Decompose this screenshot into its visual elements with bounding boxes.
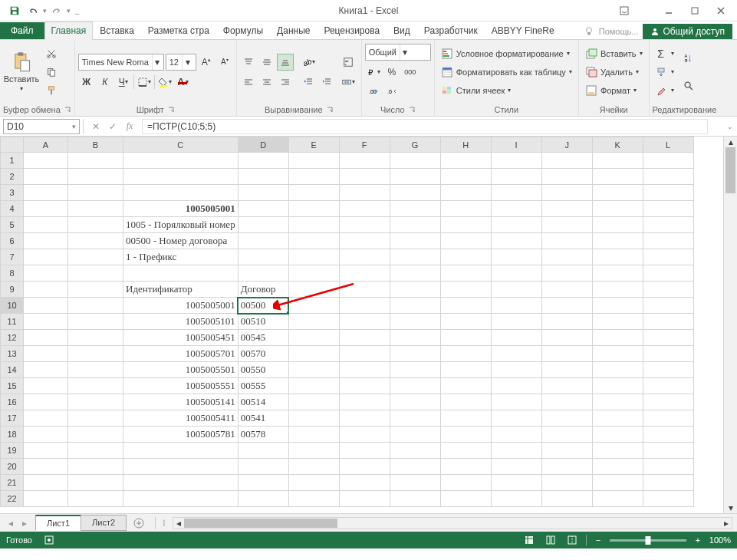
page-break-view-button[interactable] — [564, 534, 580, 546]
ribbon-tab-1[interactable]: Вставка — [93, 21, 141, 39]
cell-C13[interactable]: 1005005701 — [123, 346, 239, 362]
vscroll-thumb[interactable] — [725, 147, 735, 193]
row-header-10[interactable]: 10 — [1, 298, 24, 314]
cell-K22[interactable] — [592, 491, 643, 507]
cell-A20[interactable] — [24, 459, 68, 475]
cell-B15[interactable] — [68, 378, 123, 394]
cell-A12[interactable] — [24, 330, 68, 346]
paste-button[interactable]: Вставить ▾ — [3, 43, 40, 100]
align-right-button[interactable] — [277, 74, 294, 91]
orientation-button[interactable]: ab▾ — [300, 54, 317, 71]
cell-E10[interactable] — [288, 298, 339, 314]
cell-G11[interactable] — [390, 314, 440, 330]
cell-C6[interactable]: 00500 - Номер договора — [123, 233, 239, 249]
cell-I15[interactable] — [491, 378, 541, 394]
cell-F18[interactable] — [339, 427, 390, 443]
minimize-button[interactable] — [657, 3, 680, 18]
format-cells-button[interactable]: Формат▾ — [582, 82, 646, 99]
cell-B5[interactable] — [68, 217, 123, 233]
cell-E20[interactable] — [288, 459, 339, 475]
cell-C1[interactable] — [123, 153, 239, 169]
ribbon-tab-3[interactable]: Формулы — [216, 21, 270, 39]
cell-C4[interactable]: 1005005001 — [123, 201, 239, 217]
copy-button[interactable] — [43, 64, 60, 81]
format-as-table-button[interactable]: Форматировать как таблицу▾ — [438, 64, 575, 81]
row-header-20[interactable]: 20 — [1, 459, 24, 475]
cell-E12[interactable] — [288, 330, 339, 346]
cell-G9[interactable] — [390, 282, 440, 298]
cell-B9[interactable] — [68, 282, 123, 298]
row-header-6[interactable]: 6 — [1, 233, 24, 249]
cell-A13[interactable] — [24, 346, 68, 362]
cell-L12[interactable] — [643, 330, 693, 346]
cell-L9[interactable] — [643, 282, 693, 298]
cell-E2[interactable] — [288, 169, 339, 185]
cell-J11[interactable] — [541, 314, 592, 330]
cell-K10[interactable] — [592, 298, 643, 314]
ribbon-options-button[interactable] — [613, 3, 636, 18]
cell-D4[interactable] — [238, 201, 288, 217]
column-header-I[interactable]: I — [491, 137, 541, 153]
cell-G21[interactable] — [390, 475, 440, 491]
cell-D3[interactable] — [238, 185, 288, 201]
cell-F1[interactable] — [339, 153, 390, 169]
cell-L6[interactable] — [643, 233, 693, 249]
scroll-up-button[interactable]: ▴ — [724, 137, 737, 147]
cell-D5[interactable] — [238, 217, 288, 233]
ribbon-tab-8[interactable]: ABBYY FineRe — [485, 21, 561, 39]
cell-C17[interactable]: 1005005411 — [123, 410, 239, 427]
align-middle-button[interactable] — [258, 54, 275, 71]
row-header-19[interactable]: 19 — [1, 443, 24, 459]
cell-G15[interactable] — [390, 378, 440, 394]
scroll-right-button[interactable]: ▸ — [721, 518, 732, 529]
maximize-button[interactable] — [683, 3, 706, 18]
cell-H7[interactable] — [440, 249, 491, 265]
cell-A3[interactable] — [24, 185, 68, 201]
cell-B18[interactable] — [68, 427, 123, 443]
row-header-4[interactable]: 4 — [1, 201, 24, 217]
cell-L19[interactable] — [643, 443, 693, 459]
italic-button[interactable]: К — [97, 74, 114, 91]
format-painter-button[interactable] — [43, 82, 60, 99]
cell-I19[interactable] — [491, 443, 541, 459]
cell-G7[interactable] — [390, 249, 440, 265]
cell-D20[interactable] — [238, 459, 288, 475]
cell-F7[interactable] — [339, 249, 390, 265]
cell-F10[interactable] — [339, 298, 390, 314]
cell-K11[interactable] — [592, 314, 643, 330]
cell-A1[interactable] — [24, 153, 68, 169]
row-header-8[interactable]: 8 — [1, 265, 24, 282]
hscroll-thumb[interactable] — [184, 519, 337, 528]
cell-E3[interactable] — [288, 185, 339, 201]
cell-A18[interactable] — [24, 427, 68, 443]
zoom-slider[interactable] — [610, 539, 686, 542]
undo-button[interactable] — [25, 2, 41, 19]
cell-K7[interactable] — [592, 249, 643, 265]
align-top-button[interactable] — [240, 54, 257, 71]
cell-H9[interactable] — [440, 282, 491, 298]
cell-D14[interactable]: 00550 — [238, 362, 288, 378]
cell-J5[interactable] — [541, 217, 592, 233]
cell-D18[interactable]: 00578 — [238, 427, 288, 443]
cell-G3[interactable] — [390, 185, 440, 201]
cell-J14[interactable] — [541, 362, 592, 378]
cell-B4[interactable] — [68, 201, 123, 217]
cell-K12[interactable] — [592, 330, 643, 346]
cell-K21[interactable] — [592, 475, 643, 491]
cell-L4[interactable] — [643, 201, 693, 217]
align-bottom-button[interactable] — [277, 54, 294, 71]
currency-button[interactable]: ₽▾ — [365, 64, 382, 81]
cell-D13[interactable]: 00570 — [238, 346, 288, 362]
row-header-17[interactable]: 17 — [1, 410, 24, 427]
sheet-table[interactable]: ABCDEFGHIJKL1234100500500151005 - Порялк… — [0, 137, 694, 507]
cell-J13[interactable] — [541, 346, 592, 362]
cell-F17[interactable] — [339, 410, 390, 427]
cell-K16[interactable] — [592, 394, 643, 410]
bold-button[interactable]: Ж — [78, 74, 95, 91]
cell-H6[interactable] — [440, 233, 491, 249]
grow-font-button[interactable]: A▴ — [198, 54, 215, 71]
delete-cells-button[interactable]: Удалить▾ — [582, 64, 646, 81]
cell-K18[interactable] — [592, 427, 643, 443]
cell-D11[interactable]: 00510 — [238, 314, 288, 330]
ribbon-tab-0[interactable]: Главная — [44, 21, 94, 40]
